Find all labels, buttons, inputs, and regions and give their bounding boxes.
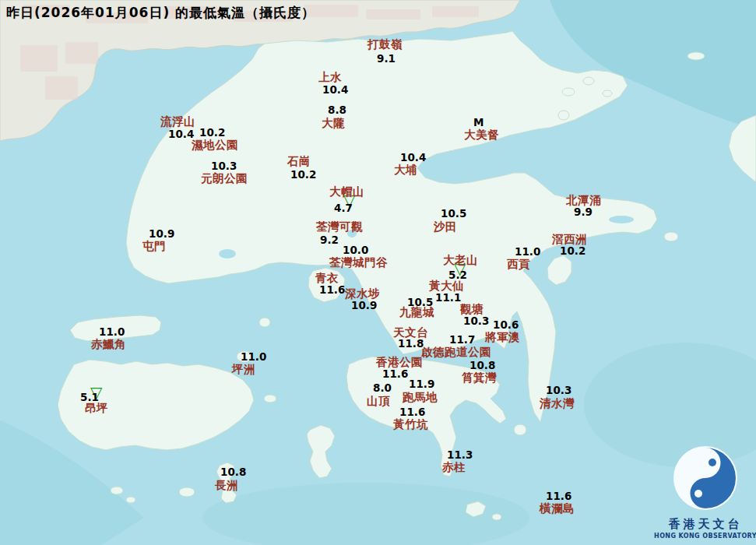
hko-logo-text-zh: 香港天文台	[654, 517, 756, 532]
station-name: 上水	[318, 70, 342, 85]
station-temperature: 10.4	[322, 83, 348, 96]
station-name: 大隴	[322, 116, 345, 131]
station-temperature: 11.6	[546, 490, 571, 502]
station-name: 大美督	[464, 128, 499, 142]
station-name: 赤鱲角	[91, 337, 126, 352]
station-name: 滘西洲	[552, 232, 587, 247]
station-temperature: 8.8	[328, 104, 346, 116]
station-name: 濕地公園	[192, 138, 238, 153]
station-name: 黃大仙	[429, 279, 464, 294]
station-name: 清水灣	[540, 396, 575, 411]
station-name: 昂坪	[85, 401, 108, 416]
hko-logo-text-en: HONG KONG OBSERVATORY	[654, 533, 756, 540]
station-temperature: 11.9	[409, 378, 434, 390]
station-name: 荃灣城門谷	[329, 255, 388, 270]
station-name: 荃灣可觀	[316, 220, 363, 234]
station-name: 元朗公園	[201, 171, 248, 186]
stations-layer: 9.1打鼓嶺10.4上水8.8大隴10.4流浮山10.2濕地公園10.3元朗公園…	[0, 0, 756, 545]
station-temperature: 4.7	[334, 202, 353, 214]
station-name: 橫瀾島	[540, 501, 575, 516]
station-name: 打鼓嶺	[367, 37, 403, 52]
station-name: 筲箕灣	[462, 371, 497, 385]
station-temperature: 10.4	[168, 128, 194, 140]
station-name: 長洲	[215, 478, 238, 493]
station-name: 大帽山	[329, 185, 364, 199]
hko-logo: 香港天文台 HONG KONG OBSERVATORY	[654, 444, 756, 540]
station-name: 黃竹坑	[393, 417, 428, 432]
station-name: 青衣	[315, 271, 339, 286]
station-temperature: 9.1	[377, 52, 396, 65]
station-temperature: 10.8	[220, 466, 246, 478]
station-temperature: 11.6	[399, 406, 425, 418]
station-temperature: 10.4	[400, 151, 426, 164]
station-temperature: 10.8	[469, 359, 495, 371]
station-name: 北潭涌	[566, 193, 601, 208]
station-temperature: 10.3	[546, 384, 571, 396]
station-temperature: 10.2	[199, 126, 225, 139]
station-name: 屯門	[142, 239, 166, 254]
hko-logo-icon	[671, 444, 740, 512]
station-temperature: 11.0	[99, 325, 125, 338]
station-temperature: 10.9	[149, 227, 174, 240]
station-temperature: 10.6	[493, 318, 519, 331]
station-temperature: M	[473, 116, 483, 128]
station-name: 大埔	[394, 163, 417, 178]
station-temperature: 11.0	[241, 350, 266, 363]
station-name: 深水埗	[345, 287, 380, 301]
station-temperature: 10.2	[290, 168, 316, 181]
station-temperature: 10.3	[211, 160, 237, 172]
station-temperature: 8.0	[373, 382, 392, 394]
station-name: 啟德跑道公園	[421, 345, 491, 360]
station-name: 沙田	[434, 220, 457, 234]
station-name: 石崗	[287, 154, 311, 169]
station-temperature: 10.0	[343, 244, 368, 256]
station-name: 大老山	[443, 253, 478, 268]
station-name: 流浮山	[160, 114, 195, 129]
station-name: 赤柱	[442, 460, 466, 475]
station-temperature: 11.7	[449, 333, 475, 346]
station-name: 觀塘	[460, 302, 483, 317]
station-name: 西貢	[507, 257, 530, 272]
station-name: 跑馬地	[403, 390, 438, 405]
station-temperature: 11.0	[515, 245, 540, 258]
temperature-map-page: 昨日(2026年01月06日) 的最低氣溫（攝氏度） 9.1打鼓嶺10.4上水8…	[0, 0, 756, 545]
station-name: 香港公園	[376, 355, 423, 370]
station-temperature: 11.3	[447, 448, 473, 461]
station-name: 九龍城	[399, 305, 434, 320]
station-temperature: 9.2	[320, 234, 339, 246]
station-temperature: 10.5	[441, 207, 466, 220]
station-name: 天文台	[393, 325, 428, 340]
station-name: 將軍澳	[485, 330, 520, 345]
station-name: 坪洲	[232, 362, 255, 377]
station-name: 山頂	[367, 394, 390, 409]
